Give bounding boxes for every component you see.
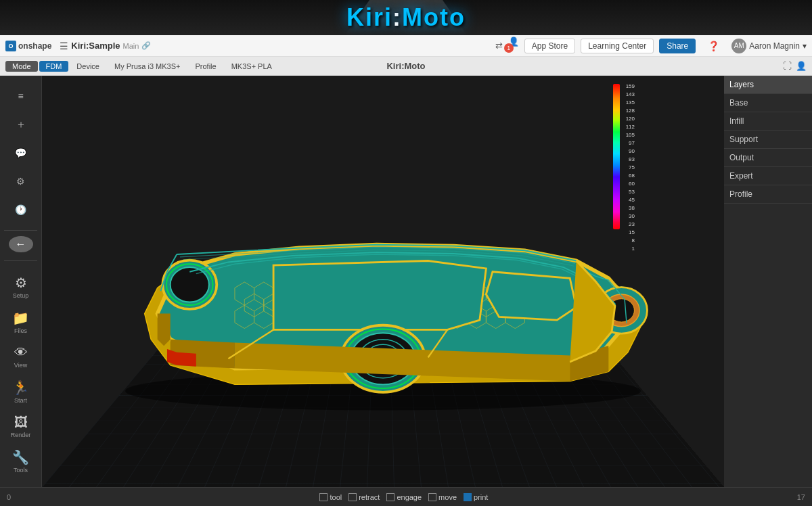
print-label: print <box>474 493 488 501</box>
layer-num-45: 45 <box>621 196 636 204</box>
layer-num-75: 75 <box>621 164 636 172</box>
share-button[interactable]: Share <box>659 39 696 53</box>
layer-num-97: 97 <box>621 139 636 147</box>
user-expand-icon[interactable]: 👤 <box>796 61 807 71</box>
main-layout: ≡ ＋ 💬 ⚙ 🕐 ← ⚙ Setup 📁 Files 👁 View <box>0 76 812 487</box>
mode-button-device[interactable]: Device <box>70 61 106 72</box>
avatar: AM <box>731 39 746 53</box>
doc-title: Kiri:Sample <box>71 41 120 51</box>
right-panel-btn-base[interactable]: Base <box>724 94 812 112</box>
user-section: AM Aaron Magnin ▾ <box>731 39 807 53</box>
sidebar-item-tools[interactable]: 🔧 Tools <box>3 446 39 476</box>
topbar-right: ⇄ 👤 1 App Store Learning Center Share ❓ … <box>495 35 807 57</box>
3d-model <box>85 146 681 417</box>
engage-checkbox[interactable] <box>386 493 394 501</box>
learning-center-button[interactable]: Learning Center <box>581 39 654 53</box>
hamburger-icon[interactable]: ☰ <box>60 41 68 51</box>
mode-button-profile[interactable]: Profile <box>189 61 223 72</box>
right-panel-btn-infill[interactable]: Infill <box>724 112 812 131</box>
app-store-button[interactable]: App Store <box>524 39 575 53</box>
checkbox-move: move <box>428 493 457 501</box>
move-checkbox[interactable] <box>428 493 436 501</box>
viewport[interactable]: 159 143 135 128 120 112 105 97 90 83 75 … <box>42 76 724 487</box>
tool-checkbox[interactable] <box>319 493 328 501</box>
start-label: Start <box>14 397 27 404</box>
layer-num-53: 53 <box>621 188 636 196</box>
layer-num-143: 143 <box>621 91 636 99</box>
right-panel-btn-layers[interactable]: Layers <box>724 76 812 94</box>
notification-container: 👤 1 <box>508 35 519 57</box>
print-checkbox[interactable] <box>464 493 472 501</box>
logo-colon: : <box>392 3 402 31</box>
retract-label: retract <box>359 493 380 501</box>
sidebar-icon-settings[interactable]: ⚙ <box>7 169 35 193</box>
view-label: View <box>14 362 27 369</box>
onshape-logo: O onshape <box>5 41 51 51</box>
retract-checkbox[interactable] <box>348 493 357 501</box>
right-panel-btn-support[interactable]: Support <box>724 131 812 149</box>
right-panel-btn-profile[interactable]: Profile <box>724 185 812 204</box>
sidebar-divider-2 <box>4 260 37 261</box>
left-sidebar: ≡ ＋ 💬 ⚙ 🕐 ← ⚙ Setup 📁 Files 👁 View <box>0 76 42 487</box>
status-center: tool retract engage move print <box>16 493 792 501</box>
right-panel: Layers Base Infill Support Output Expert… <box>724 76 812 487</box>
share-icon[interactable]: ⇄ <box>495 41 503 51</box>
modebar-title: Kiri:Moto <box>386 61 425 71</box>
layer-num-135: 135 <box>621 99 636 107</box>
sidebar-divider-1 <box>4 230 37 231</box>
start-icon: 🏃 <box>12 380 29 396</box>
sidebar-icon-chat[interactable]: 💬 <box>7 141 35 165</box>
sidebar-icon-menu[interactable]: ≡ <box>7 84 35 108</box>
sidebar-item-render[interactable]: 🖼 Render <box>3 412 39 441</box>
layers-panel: 159 143 135 128 120 112 105 97 90 83 75 … <box>621 83 636 253</box>
layer-color-bar <box>613 84 620 229</box>
sidebar-item-view[interactable]: 👁 View <box>3 342 39 371</box>
chevron-down-icon[interactable]: ▾ <box>803 41 807 51</box>
banner: Kiri:Moto <box>0 0 812 35</box>
files-label: Files <box>14 327 27 334</box>
tools-icon: 🔧 <box>12 449 29 465</box>
mode-button-fdm[interactable]: FDM <box>39 61 69 72</box>
render-label: Render <box>11 432 31 438</box>
layer-num-30: 30 <box>621 212 636 221</box>
sidebar-item-start[interactable]: 🏃 Start <box>3 377 39 407</box>
mode-bar: Mode FDM Device My Prusa i3 MK3S+ Profil… <box>0 57 812 76</box>
move-label: move <box>438 493 457 501</box>
render-icon: 🖼 <box>14 415 28 430</box>
sidebar-item-files[interactable]: 📁 Files <box>3 307 39 337</box>
expand-icons: ⛶ 👤 <box>783 61 807 71</box>
mode-button-printer[interactable]: My Prusa i3 MK3S+ <box>108 61 187 72</box>
layer-num-23: 23 <box>621 221 636 229</box>
sidebar-item-setup[interactable]: ⚙ Setup <box>3 272 39 302</box>
right-panel-btn-output[interactable]: Output <box>724 149 812 167</box>
mode-button-profile-value[interactable]: MK3S+ PLA <box>225 61 279 72</box>
layer-num-60: 60 <box>621 180 636 188</box>
onshape-label: onshape <box>18 41 51 51</box>
layer-num-68: 68 <box>621 172 636 180</box>
setup-label: Setup <box>13 292 29 299</box>
doc-branch: Main <box>123 42 139 50</box>
layer-num-90: 90 <box>621 147 636 156</box>
checkbox-engage: engage <box>386 493 422 501</box>
notification-badge: 1 <box>504 43 514 53</box>
link-icon[interactable]: 🔗 <box>141 41 151 50</box>
engage-label: engage <box>397 493 422 501</box>
top-mini-icons: ≡ ＋ 💬 ⚙ 🕐 <box>7 81 35 225</box>
sidebar-icon-history[interactable]: 🕐 <box>7 198 35 222</box>
layer-num-8: 8 <box>621 237 636 245</box>
svg-point-49 <box>171 267 209 302</box>
sidebar-icon-add[interactable]: ＋ <box>7 112 35 137</box>
banner-logo: Kiri:Moto <box>346 3 466 32</box>
checkbox-retract: retract <box>348 493 380 501</box>
status-left-value: 0 <box>7 493 11 501</box>
layer-num-38: 38 <box>621 204 636 212</box>
mode-button-mode[interactable]: Mode <box>5 61 38 72</box>
right-panel-btn-expert[interactable]: Expert <box>724 167 812 185</box>
back-button[interactable]: ← <box>9 236 33 253</box>
layer-num-83: 83 <box>621 156 636 164</box>
tool-label: tool <box>330 493 342 501</box>
fullscreen-icon[interactable]: ⛶ <box>783 61 792 71</box>
logo-text: Kiri <box>346 3 392 31</box>
help-button[interactable]: ❓ <box>701 39 726 53</box>
view-icon: 👁 <box>14 345 28 361</box>
